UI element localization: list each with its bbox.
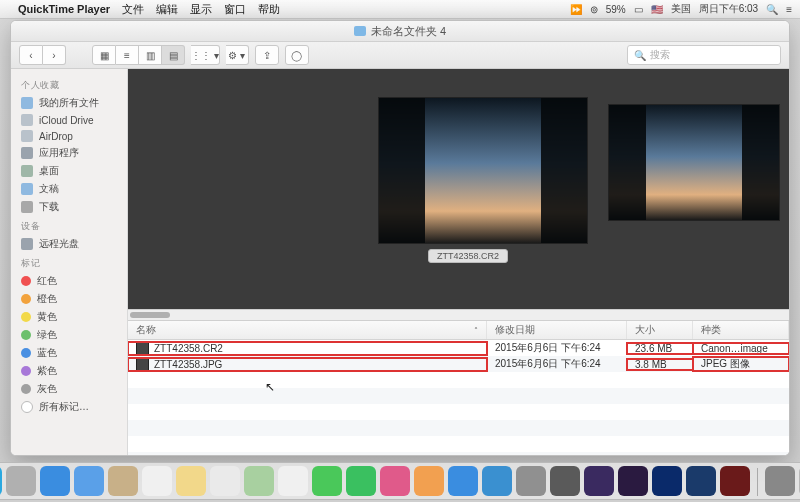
list-header: 名称˄ 修改日期 大小 种类 — [128, 320, 789, 340]
dock-after-effects[interactable] — [584, 466, 614, 496]
preview-thumb-1[interactable] — [378, 97, 588, 244]
window-titlebar[interactable]: 未命名文件夹 4 — [11, 21, 789, 42]
menu-edit[interactable]: 编辑 — [156, 2, 178, 17]
sidebar-head-favorites: 个人收藏 — [11, 75, 127, 94]
dock-itunes[interactable] — [380, 466, 410, 496]
notifications-icon[interactable]: ≡ — [786, 4, 792, 15]
disc-icon — [21, 238, 33, 250]
dock-downloads-stack[interactable] — [765, 466, 795, 496]
wifi-icon[interactable]: ⊚ — [590, 4, 598, 15]
dock-photos[interactable] — [278, 466, 308, 496]
dock-mystery-q[interactable] — [652, 466, 682, 496]
view-list-button[interactable]: ≡ — [116, 45, 139, 65]
menu-file[interactable]: 文件 — [122, 2, 144, 17]
dock-preview[interactable] — [482, 466, 512, 496]
tag-dot-icon — [21, 312, 31, 322]
sidebar-airdrop[interactable]: AirDrop — [11, 128, 127, 144]
arrange-button[interactable]: ⋮⋮ ▾ — [191, 45, 220, 65]
sidebar-tag-4[interactable]: 蓝色 — [11, 344, 127, 362]
nav-back-button[interactable]: ‹ — [19, 45, 43, 65]
dock-settings[interactable] — [516, 466, 546, 496]
dock-ibooks[interactable] — [414, 466, 444, 496]
all-files-icon — [21, 97, 33, 109]
sidebar-icloud[interactable]: iCloud Drive — [11, 112, 127, 128]
dock-notes[interactable] — [176, 466, 206, 496]
file-icon — [136, 358, 149, 371]
sidebar-tag-1[interactable]: 橙色 — [11, 290, 127, 308]
battery-percent: 59% — [606, 4, 626, 15]
nav-forward-button[interactable]: › — [43, 45, 66, 65]
dock-reminders[interactable] — [210, 466, 240, 496]
dock-premiere[interactable] — [618, 466, 648, 496]
file-list: ZTT42358.CR2 2015年6月6日 下午6:24 23.6 MB Ca… — [128, 340, 789, 455]
airdrop-icon — [21, 130, 33, 142]
input-label: 美国 — [671, 2, 691, 16]
gallery-preview: ZTT42358.CR2 — [128, 69, 789, 309]
dock-photoshop[interactable] — [686, 466, 716, 496]
dock-facetime[interactable] — [346, 466, 376, 496]
sidebar-applications[interactable]: 应用程序 — [11, 144, 127, 162]
sidebar-all-my-files[interactable]: 我的所有文件 — [11, 94, 127, 112]
spotlight-icon[interactable]: 🔍 — [766, 4, 778, 15]
cloud-icon — [21, 114, 33, 126]
sidebar-documents[interactable]: 文稿 — [11, 180, 127, 198]
all-tags-icon — [21, 401, 33, 413]
dock-quicktime[interactable] — [550, 466, 580, 496]
gallery-scrollbar[interactable] — [128, 309, 789, 320]
downloads-icon — [21, 201, 33, 213]
input-flag[interactable]: 🇺🇸 — [651, 4, 663, 15]
window-title: 未命名文件夹 4 — [371, 24, 446, 39]
battery-icon[interactable]: ▭ — [634, 4, 643, 15]
finder-toolbar: ‹ › ▦ ≡ ▥ ▤ ⋮⋮ ▾ ⚙ ▾ ⇪ ◯ 🔍 搜索 — [11, 42, 789, 69]
sidebar-head-devices: 设备 — [11, 216, 127, 235]
menu-window[interactable]: 窗口 — [224, 2, 246, 17]
sidebar-all-tags[interactable]: 所有标记… — [11, 398, 127, 416]
sidebar-downloads[interactable]: 下载 — [11, 198, 127, 216]
dock-finder[interactable] — [0, 466, 2, 496]
view-icons-button[interactable]: ▦ — [92, 45, 116, 65]
dock-appstore[interactable] — [448, 466, 478, 496]
finder-window: 未命名文件夹 4 ‹ › ▦ ≡ ▥ ▤ ⋮⋮ ▾ ⚙ ▾ ⇪ ◯ 🔍 — [10, 20, 790, 456]
menu-help[interactable]: 帮助 — [258, 2, 280, 17]
table-row[interactable]: ZTT42358.CR2 2015年6月6日 下午6:24 23.6 MB Ca… — [128, 340, 789, 356]
folder-icon — [354, 26, 366, 36]
search-input[interactable]: 🔍 搜索 — [627, 45, 781, 65]
col-name[interactable]: 名称˄ — [128, 321, 487, 339]
documents-icon — [21, 183, 33, 195]
search-icon: 🔍 — [634, 50, 646, 61]
clock[interactable]: 周日下午6:03 — [699, 2, 758, 16]
col-size[interactable]: 大小 — [627, 321, 693, 339]
dock-messages[interactable] — [312, 466, 342, 496]
view-columns-button[interactable]: ▥ — [139, 45, 162, 65]
preview-thumb-2[interactable] — [608, 104, 780, 221]
tag-dot-icon — [21, 366, 31, 376]
sidebar-remote-disc[interactable]: 远程光盘 — [11, 235, 127, 253]
file-icon — [136, 342, 149, 355]
action-button[interactable]: ⚙ ▾ — [226, 45, 249, 65]
sidebar-tag-5[interactable]: 紫色 — [11, 362, 127, 380]
dock-contacts[interactable] — [108, 466, 138, 496]
dock-launchpad[interactable] — [6, 466, 36, 496]
tag-dot-icon — [21, 348, 31, 358]
sidebar-desktop[interactable]: 桌面 — [11, 162, 127, 180]
share-button[interactable]: ⇪ — [255, 45, 279, 65]
dock-adobe-app[interactable] — [720, 466, 750, 496]
tag-dot-icon — [21, 276, 31, 286]
dock-mail[interactable] — [74, 466, 104, 496]
sidebar-tag-0[interactable]: 红色 — [11, 272, 127, 290]
menu-view[interactable]: 显示 — [190, 2, 212, 17]
sidebar-tag-2[interactable]: 黄色 — [11, 308, 127, 326]
fastforward-icon[interactable]: ⏩ — [570, 4, 582, 15]
app-name[interactable]: QuickTime Player — [18, 3, 110, 15]
dock-maps[interactable] — [244, 466, 274, 496]
dock-calendar[interactable] — [142, 466, 172, 496]
tags-button[interactable]: ◯ — [285, 45, 309, 65]
scroll-thumb[interactable] — [130, 312, 170, 318]
col-date[interactable]: 修改日期 — [487, 321, 627, 339]
sidebar-tag-6[interactable]: 灰色 — [11, 380, 127, 398]
dock-safari[interactable] — [40, 466, 70, 496]
table-row[interactable]: ZTT42358.JPG 2015年6月6日 下午6:24 3.8 MB JPE… — [128, 356, 789, 372]
view-gallery-button[interactable]: ▤ — [162, 45, 185, 65]
sidebar-tag-3[interactable]: 绿色 — [11, 326, 127, 344]
col-kind[interactable]: 种类 — [693, 321, 789, 339]
